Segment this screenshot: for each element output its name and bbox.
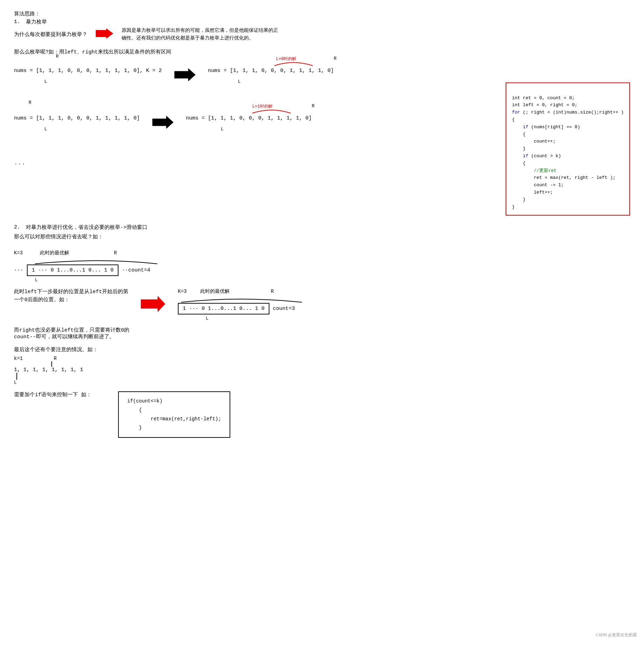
- code-line-2: {: [127, 406, 221, 415]
- k3-diagram-top: K=3 此时的最优解 R ··· 1 ··· 0 1...0...1 0... …: [14, 250, 178, 283]
- example2-left: R nums = [1, 1, 1, 0, 0, 0, 1, 1, 1, 1, …: [14, 112, 140, 121]
- L-label-k1: L: [14, 380, 84, 385]
- section2-num: 2.: [14, 224, 20, 230]
- best-label2: 此时的最优解: [200, 289, 230, 294]
- R-label-ex2-right: R: [312, 103, 314, 109]
- best-arc-top: [31, 258, 178, 264]
- L-pointer-k1: [14, 373, 24, 380]
- explain1-line2: 一个0后面的位置。如：: [14, 296, 128, 303]
- k3-array-row-bottom: 1 ··· 0 1...0...1 0... 1 0 count=3: [178, 303, 311, 314]
- L-label-ex1-right: L: [238, 79, 241, 84]
- arrow-icon: [96, 28, 113, 40]
- header-line1: 算法思路：: [14, 10, 630, 17]
- example1-block: R nums = [1, 1, 1, 0, 0, 0, 1, 1, 1, 1, …: [14, 64, 495, 83]
- section3-explain-row: 需要加个if语句来控制一下 如： if(count<=k) { ret=max(…: [14, 391, 630, 438]
- watermark: CSDN @龙里出生的蛋: [596, 632, 637, 638]
- R-label-k3-top: R: [114, 250, 117, 256]
- R-label2: R: [271, 289, 274, 294]
- L-label-k3-bottom: L: [206, 316, 311, 321]
- section2-q: 那么可以对那些情况进行省去呢？如：: [14, 233, 630, 240]
- svg-marker-1: [174, 68, 195, 81]
- code-block: int ret = 0, count = 0; int left = 0, ri…: [506, 82, 630, 216]
- section1-intro-text: 那么么枚举呢?如：用left、right来找出所以满足条件的所有区间: [14, 49, 630, 55]
- R-label-ex1-right: R: [334, 56, 337, 61]
- section1-intro: 那么么枚举呢?如：用left、right来找出所以满足条件的所有区间: [14, 49, 630, 55]
- R-label-ex1-left: R: [56, 54, 59, 59]
- explain1-block: 此时left下一步最好的位置是从left开始后的第 一个0后面的位置。如：: [14, 288, 128, 304]
- svg-marker-3: [141, 296, 165, 312]
- k3-diagram-bottom: K=3 此时的最优解 R 1 ··· 0 1...0...1 0... 1 0 …: [178, 288, 311, 321]
- code-line-3: ret=max(ret,right-left);: [127, 415, 221, 423]
- svg-marker-0: [96, 28, 113, 39]
- count-label-top: ··count=4: [122, 267, 150, 273]
- L-label-k3-top: L: [35, 277, 178, 283]
- section2: 2. 对暴力枚举进行优化，省去没必要的枚举->滑动窗口 那么可以对那些情况进行省…: [14, 224, 630, 340]
- example1-row: R nums = [1, 1, 1, 0, 0, 0, 1, 1, 1, 1, …: [14, 64, 495, 83]
- array-ex1-left: nums = [1, 1, 1, 0, 0, 0, 1, 1, 1, 1, 0]…: [14, 68, 162, 74]
- example2-block: R nums = [1, 1, 1, 0, 0, 0, 1, 1, 1, 1, …: [14, 112, 495, 131]
- header-line2: 1. 暴力枚举: [14, 19, 630, 25]
- header-line3: 为什么每次都要提到暴力枚举？ 原因是暴力枚举可以求出所有的可能，虽然它满，但是他…: [14, 27, 630, 42]
- k3-labels-bottom: K=3 此时的最优解 R: [178, 288, 311, 295]
- diagrams-area: R nums = [1, 1, 1, 0, 0, 0, 1, 1, 1, 1, …: [14, 61, 495, 166]
- R-label-ex2-left: R: [29, 100, 31, 105]
- L-label-ex1-left: L: [44, 79, 47, 84]
- brace-arc-ex2: [251, 107, 292, 114]
- section2-title: 2. 对暴力枚举进行优化，省去没必要的枚举->滑动窗口: [14, 224, 630, 231]
- big-red-arrow: [141, 295, 165, 314]
- spacer1: [14, 87, 495, 101]
- explain1-line1: 此时left下一步最好的位置是从left开始后的第: [14, 288, 128, 295]
- main-layout: R nums = [1, 1, 1, 0, 0, 0, 1, 1, 1, 1, …: [14, 61, 630, 216]
- array-ex2-right: nums = [1, 1, 1, 0, 0, 0, 1, 1, 1, 1, 0]: [186, 115, 312, 121]
- R-pointer-k1: [14, 361, 84, 367]
- answer-text: 原因是暴力枚举可以求出所有的可能，虽然它满，但是他能保证结果的正 确性。还有我们…: [122, 27, 278, 42]
- header-text: 暴力枚举: [26, 19, 47, 25]
- explain2-line2: count--即可，就可以继续再判断前进了。: [14, 333, 630, 340]
- array-k1: 1, 1, 1, 1, 1, 1, 1, 1: [14, 367, 84, 373]
- section2-explain-row: 此时left下一步最好的位置是从left开始后的第 一个0后面的位置。如： K=…: [14, 288, 630, 321]
- section3: 最后这个还有个要注意的情况。如： k=1 R 1, 1, 1, 1, 1, 1,…: [14, 346, 630, 438]
- array-content-bottom: 1 ··· 0 1...0...1 0... 1 0: [183, 306, 265, 312]
- brace-arc-ex1: [273, 59, 314, 66]
- array-box-bottom: 1 ··· 0 1...0...1 0... 1 0: [178, 303, 269, 314]
- code-block-section3: if(count<=k) { ret=max(ret,right-left); …: [118, 391, 230, 438]
- section3-explain-text: 需要加个if语句来控制一下 如：: [14, 391, 92, 398]
- example1-left: R nums = [1, 1, 1, 0, 0, 0, 1, 1, 1, 1, …: [14, 64, 162, 74]
- section3-code-box: if(count<=k) { ret=max(ret,right-left); …: [118, 391, 230, 438]
- array-ex1-right: nums = [1, 1, 1, 0, 0, 0, 1, 1, 1, 1, 0]: [208, 68, 334, 74]
- algorithm-header: 算法思路： 1. 暴力枚举 为什么每次都要提到暴力枚举？ 原因是暴力枚举可以求出…: [14, 10, 630, 42]
- k1-label: k=1: [14, 356, 23, 361]
- array-ex2-left: nums = [1, 1, 1, 0, 0, 0, 1, 1, 1, 1, 0]: [14, 115, 140, 121]
- k3-labels-top: K=3 此时的最优解 R: [14, 250, 178, 256]
- question-text: 为什么每次都要提到暴力枚举？: [14, 31, 87, 38]
- section3-intro: 最后这个还有个要注意的情况。如：: [14, 346, 630, 353]
- k1-labels: k=1 R: [14, 356, 84, 361]
- example2-row: R nums = [1, 1, 1, 0, 0, 0, 1, 1, 1, 1, …: [14, 112, 495, 131]
- explain2-block: 而right也没必要从left位置，只需要将计数0的 count--即可，就可以…: [14, 327, 630, 340]
- L-label-ex2-right: L: [221, 126, 224, 132]
- array-content-top: 1 ··· 0 1...0...1 0... 1 0: [32, 267, 114, 273]
- L-label-ex2-left: L: [44, 126, 47, 132]
- dots-before: ···: [14, 267, 23, 273]
- R-label-k1: R: [54, 356, 57, 361]
- ellipsis: ...: [14, 159, 495, 166]
- array-box-top: 1 ··· 0 1...0...1 0... 1 0: [27, 264, 118, 276]
- arrow1: [174, 68, 195, 83]
- section2-title-text: 对暴力枚举进行优化，省去没必要的枚举->滑动窗口: [26, 224, 147, 231]
- code-section: int ret = 0, count = 0; int left = 0, ri…: [506, 82, 630, 216]
- example1-right: L=0时的解 R nums = [1, 1, 1, 0, 0, 0, 1, 1,…: [208, 68, 334, 74]
- k3-label2: K=3: [178, 289, 187, 294]
- explain2-line1: 而right也没必要从left位置，只需要将计数0的: [14, 327, 630, 333]
- section3-explain: 需要加个if语句来控制一下 如：: [14, 391, 92, 398]
- k1-diagram: k=1 R 1, 1, 1, 1, 1, 1, 1, 1 L: [14, 356, 84, 385]
- spacer2: [14, 135, 495, 149]
- best-label-top: 此时的最优解: [40, 250, 69, 256]
- arrow2: [152, 115, 173, 131]
- code-line-4: }: [127, 423, 221, 432]
- code-line-1: if(count<=k): [127, 397, 221, 406]
- count-label-bottom: count=3: [273, 306, 295, 312]
- k3-array-row-top: ··· 1 ··· 0 1...0...1 0... 1 0 ··count=4: [14, 264, 178, 276]
- example2-right: L=1时的解 R nums = [1, 1, 1, 0, 0, 0, 1, 1,…: [186, 115, 312, 121]
- best-arc-bottom: [178, 296, 311, 303]
- k3-label: K=3: [14, 250, 23, 256]
